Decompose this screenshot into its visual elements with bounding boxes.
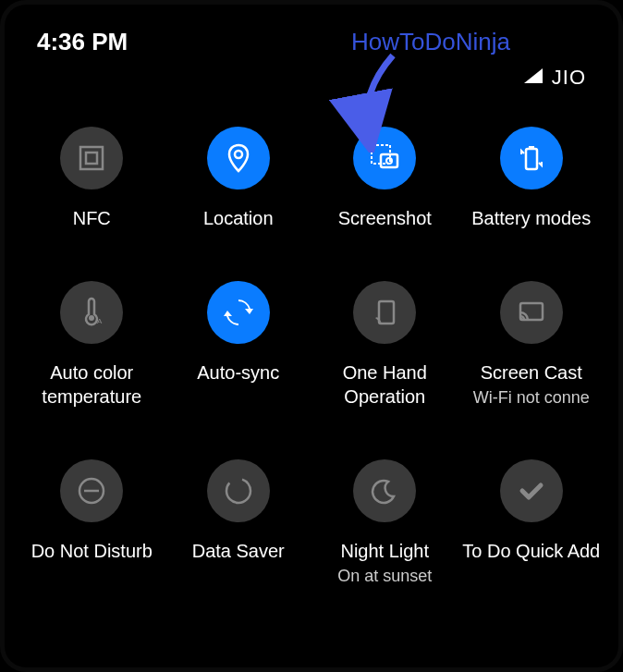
tile-todo-quick-add[interactable]: To Do Quick Add — [458, 459, 605, 587]
quick-settings-grid: NFC Location Screenshot Battery modes A … — [0, 108, 623, 588]
onehand-icon — [353, 281, 416, 344]
tile-data-saver[interactable]: Data Saver — [165, 459, 312, 587]
svg-rect-8 — [526, 149, 537, 169]
status-bar: 4:36 PM — [0, 0, 623, 66]
location-icon — [207, 127, 270, 189]
tile-label: Do Not Disturb — [31, 539, 153, 563]
svg-point-14 — [519, 318, 522, 321]
tile-screenshot[interactable]: Screenshot — [312, 127, 458, 230]
status-time: 4:36 PM — [37, 28, 128, 56]
moon-icon — [353, 459, 416, 522]
datasaver-icon — [207, 459, 270, 522]
svg-text:A: A — [97, 317, 103, 325]
tile-auto-color-temperature[interactable]: A Auto color temperature — [18, 281, 165, 409]
tile-auto-sync[interactable]: Auto-sync — [165, 281, 312, 409]
nfc-icon — [60, 127, 123, 189]
cast-icon — [500, 281, 563, 344]
tile-night-light[interactable]: Night LightOn at sunset — [312, 459, 458, 587]
carrier-label: JIO — [552, 66, 586, 90]
tile-label: Night LightOn at sunset — [337, 539, 432, 587]
svg-rect-3 — [86, 153, 97, 164]
tile-do-not-disturb[interactable]: Do Not Disturb — [18, 459, 165, 587]
tile-label: Screenshot — [338, 206, 432, 230]
tile-label: Auto-sync — [197, 360, 279, 385]
svg-marker-1 — [524, 68, 543, 83]
sync-icon — [207, 281, 270, 344]
thermometer-icon: A — [60, 281, 123, 344]
tile-label: One Hand Operation — [312, 360, 458, 409]
svg-rect-12 — [379, 301, 394, 324]
tile-battery-modes[interactable]: Battery modes — [458, 127, 605, 230]
tile-label: Battery modes — [471, 206, 591, 230]
svg-rect-2 — [80, 147, 103, 169]
tile-label: To Do Quick Add — [462, 539, 600, 563]
tile-label: Location — [203, 206, 274, 230]
signal-icon — [522, 67, 544, 89]
tile-location[interactable]: Location — [165, 127, 312, 230]
svg-point-10 — [89, 315, 94, 321]
todo-icon — [500, 459, 563, 522]
svg-rect-9 — [529, 146, 534, 149]
tile-screen-cast[interactable]: Screen CastWi-Fi not conne — [458, 281, 605, 409]
tile-one-hand-operation[interactable]: One Hand Operation — [312, 281, 458, 409]
tile-label: NFC — [73, 206, 111, 230]
tile-label: Data Saver — [192, 539, 285, 563]
screenshot-icon — [353, 127, 416, 189]
tile-nfc[interactable]: NFC — [18, 127, 165, 230]
watermark-text: HowToDoNinja — [351, 28, 510, 56]
svg-point-4 — [235, 151, 242, 158]
dnd-icon — [60, 459, 123, 522]
tile-label: Auto color temperature — [18, 360, 165, 409]
battery-icon — [500, 127, 563, 189]
network-row: JIO — [0, 66, 623, 108]
svg-point-17 — [226, 479, 250, 503]
tile-label: Screen CastWi-Fi not conne — [473, 360, 590, 409]
